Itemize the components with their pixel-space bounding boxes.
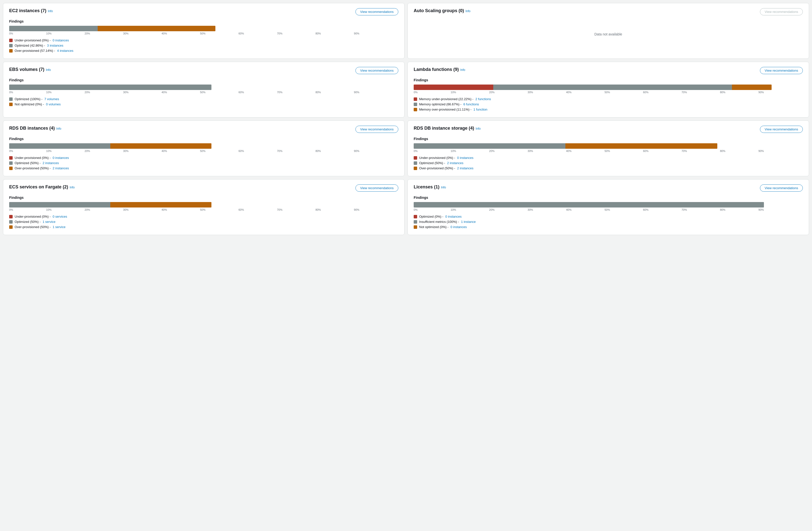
legend-item-lambda-1: Memory optimized (66.67%) - 6 functions [414, 102, 803, 106]
legend-link-ebs-1[interactable]: 0 volumes [46, 102, 60, 106]
title-area-rds-storage: RDS DB instance storage (4)Info [414, 126, 481, 131]
bar-label: 90% [758, 91, 764, 94]
legend-item-ebs-1: Not optimized (0%) - 0 volumes [9, 102, 398, 106]
legend-text-rds-storage-2: Over-provisioned (50%) - [419, 166, 455, 170]
legend-item-ecs-2: Over-provisioned (50%) - 1 service [9, 225, 398, 229]
bar-label: 0% [9, 91, 13, 94]
bar-label: 30% [528, 91, 533, 94]
bar-label: 40% [162, 208, 167, 211]
card-ecs: ECS services on Fargate (2)InfoView reco… [3, 179, 405, 235]
bar-label: 70% [277, 32, 282, 35]
bar-label: 60% [238, 32, 244, 35]
legend-text-lambda-2: Memory over-provisioned (11.11%) - [419, 107, 472, 111]
legend-link-licenses-1[interactable]: 1 instance [461, 220, 476, 224]
bar-labels-ec2: 0%10%20%30%40%50%60%70%80%90% [9, 32, 359, 35]
legend-text-ecs-1: Optimized (50%) - [15, 220, 41, 224]
bar-container-ecs: 0%10%20%30%40%50%60%70%80%90% [9, 202, 398, 211]
bar-label: 90% [354, 149, 359, 153]
bar-label: 20% [85, 91, 90, 94]
bar-track-ebs [9, 85, 212, 90]
bar-label: 30% [123, 149, 129, 153]
info-link-rds[interactable]: Info [56, 127, 61, 130]
bar-label: 20% [489, 208, 494, 211]
bar-label: 20% [489, 149, 494, 153]
bar-label: 90% [758, 208, 764, 211]
bar-label: 20% [489, 91, 494, 94]
legend-ec2: Under-provisioned (0%) - 0 instancesOpti… [9, 39, 398, 53]
bar-track-licenses [414, 202, 764, 207]
bar-segment-ecs-1 [9, 202, 110, 207]
legend-link-rds-1[interactable]: 2 instances [43, 161, 59, 165]
info-link-asg[interactable]: Info [465, 10, 470, 13]
legend-item-lambda-0: Memory under-provisioned (22.22%) - 2 fu… [414, 97, 803, 101]
legend-link-licenses-2[interactable]: 0 instances [450, 225, 467, 229]
info-link-licenses[interactable]: Info [441, 186, 446, 189]
bar-label: 10% [451, 208, 456, 211]
bar-label: 30% [123, 32, 129, 35]
bar-segment-ec2-2 [98, 26, 215, 31]
legend-link-rds-storage-0[interactable]: 0 instances [457, 156, 474, 160]
legend-text-rds-1: Optimized (50%) - [15, 161, 41, 165]
card-lambda: Lambda functions (9)InfoView recommendat… [407, 62, 809, 117]
bar-labels-rds: 0%10%20%30%40%50%60%70%80%90% [9, 149, 359, 153]
legend-color-rds-storage-2 [414, 167, 417, 170]
legend-link-ebs-0[interactable]: 7 volumes [44, 97, 59, 101]
legend-color-rds-2 [9, 167, 13, 170]
legend-color-ebs-1 [9, 103, 13, 106]
view-recommendations-button-rds[interactable]: View recommendations [356, 126, 398, 133]
legend-text-ec2-0: Under-provisioned (0%) - [15, 39, 50, 42]
legend-link-lambda-1[interactable]: 6 functions [464, 102, 479, 106]
legend-link-licenses-0[interactable]: 0 instances [446, 215, 462, 218]
info-link-ebs[interactable]: Info [46, 68, 51, 72]
legend-link-ecs-2[interactable]: 1 service [53, 225, 66, 229]
bar-label: 40% [566, 91, 571, 94]
legend-link-lambda-2[interactable]: 1 function [474, 107, 487, 111]
bar-label: 40% [162, 91, 167, 94]
legend-item-ecs-1: Optimized (50%) - 1 service [9, 220, 398, 224]
bar-segment-lambda-2 [732, 85, 772, 90]
bar-label: 70% [277, 149, 282, 153]
legend-link-rds-storage-1[interactable]: 2 instances [447, 161, 464, 165]
bar-label: 40% [162, 32, 167, 35]
view-recommendations-button-asg: View recommendations [760, 8, 803, 15]
bar-label: 50% [605, 208, 610, 211]
bar-segment-rds-storage-2 [565, 143, 717, 149]
bar-segment-ecs-2 [110, 202, 212, 207]
view-recommendations-button-lambda[interactable]: View recommendations [760, 67, 803, 74]
legend-link-rds-storage-2[interactable]: 2 instances [457, 166, 474, 170]
legend-link-ecs-1[interactable]: 1 service [43, 220, 56, 224]
bar-label: 50% [605, 149, 610, 153]
legend-color-ebs-0 [9, 97, 13, 101]
bar-label: 70% [681, 91, 687, 94]
legend-link-ec2-2[interactable]: 4 instances [57, 49, 73, 53]
bar-label: 10% [451, 149, 456, 153]
title-area-lambda: Lambda functions (9)Info [414, 67, 465, 72]
view-recommendations-button-ecs[interactable]: View recommendations [356, 184, 398, 192]
view-recommendations-button-ebs[interactable]: View recommendations [356, 67, 398, 74]
legend-link-ec2-0[interactable]: 0 instances [53, 39, 69, 42]
legend-item-rds-0: Under-provisioned (0%) - 0 instances [9, 156, 398, 160]
info-link-ec2[interactable]: Info [48, 10, 53, 13]
info-link-rds-storage[interactable]: Info [476, 127, 481, 130]
bar-label: 60% [238, 91, 244, 94]
legend-item-rds-1: Optimized (50%) - 2 instances [9, 161, 398, 165]
view-recommendations-button-licenses[interactable]: View recommendations [760, 184, 803, 192]
legend-link-ec2-1[interactable]: 3 instances [47, 44, 63, 47]
bar-label: 50% [200, 208, 205, 211]
bar-label: 10% [46, 32, 52, 35]
card-header-asg: Auto Scaling groups (0)InfoView recommen… [414, 8, 803, 15]
bar-label: 70% [277, 208, 282, 211]
view-recommendations-button-ec2[interactable]: View recommendations [356, 8, 398, 15]
bar-segment-ebs-0 [9, 85, 212, 90]
info-link-lambda[interactable]: Info [460, 68, 465, 72]
bar-segment-rds-2 [110, 143, 212, 149]
legend-link-rds-2[interactable]: 2 instances [53, 166, 69, 170]
legend-link-ecs-0[interactable]: 0 services [53, 215, 67, 218]
legend-link-lambda-0[interactable]: 2 functions [475, 97, 491, 101]
view-recommendations-button-rds-storage[interactable]: View recommendations [760, 126, 803, 133]
info-link-ecs[interactable]: Info [70, 186, 75, 189]
card-header-ec2: EC2 instances (7)InfoView recommendation… [9, 8, 398, 15]
bar-container-ec2: 0%10%20%30%40%50%60%70%80%90% [9, 26, 398, 35]
legend-color-ecs-0 [9, 215, 13, 218]
legend-link-rds-0[interactable]: 0 instances [53, 156, 69, 160]
